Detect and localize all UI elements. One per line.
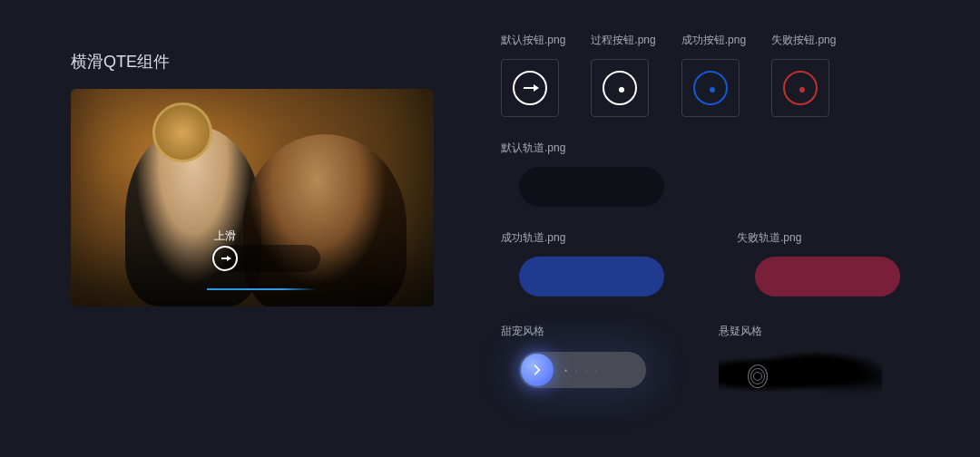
asset-label-success-track: 成功轨道.png <box>501 230 664 246</box>
success-circle-icon <box>693 71 728 105</box>
fail-button-asset[interactable] <box>771 59 829 117</box>
style-label-sweet: 甜宠风格 <box>501 324 646 339</box>
ink-splat-icon <box>719 352 882 397</box>
success-track-asset[interactable] <box>519 257 664 297</box>
arrow-circle-icon <box>513 71 547 105</box>
asset-label-success-button: 成功按钮.png <box>681 33 746 48</box>
default-track-asset[interactable] <box>519 167 664 207</box>
success-button-asset[interactable] <box>681 59 740 117</box>
progress-indicator <box>207 288 316 290</box>
asset-label-process-button: 过程按钮.png <box>591 33 655 48</box>
asset-label-default-track: 默认轨道.png <box>501 141 936 156</box>
button-assets-row: 默认按钮.png 过程按钮.png 成功按钮.png 失败按钮.png <box>501 33 936 117</box>
dot-circle-icon <box>603 71 637 105</box>
sweet-slider-dots: • · · · <box>564 366 600 375</box>
sweet-knob[interactable] <box>521 354 554 386</box>
slide-hint-label: 上滑 <box>214 228 236 244</box>
slide-control[interactable] <box>211 245 320 272</box>
sweet-style-slider[interactable]: • · · · <box>519 352 646 388</box>
style-label-mystery: 悬疑风格 <box>719 324 882 339</box>
fingerprint-icon <box>746 363 769 390</box>
preview-vignette <box>71 89 434 306</box>
fail-circle-icon <box>783 71 818 105</box>
asset-label-default-button: 默认按钮.png <box>501 33 565 48</box>
mystery-style-asset[interactable] <box>719 352 882 397</box>
asset-label-fail-track: 失败轨道.png <box>737 230 900 246</box>
component-title: 横滑QTE组件 <box>71 51 434 73</box>
qte-preview: 上滑 <box>71 89 434 306</box>
asset-label-fail-button: 失败按钮.png <box>771 33 836 48</box>
chevron-right-icon <box>531 364 544 376</box>
slide-knob-icon[interactable] <box>212 246 238 271</box>
process-button-asset[interactable] <box>591 59 649 117</box>
fail-track-asset[interactable] <box>755 257 900 297</box>
default-button-asset[interactable] <box>501 59 559 117</box>
